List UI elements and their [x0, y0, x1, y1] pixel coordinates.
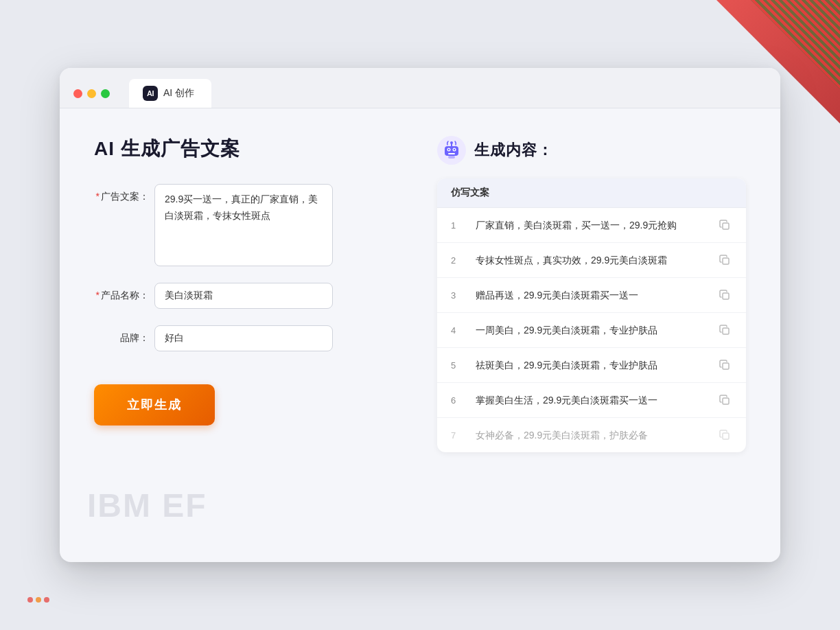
copy-icon[interactable] — [717, 253, 732, 268]
tab-icon: AI — [143, 86, 158, 101]
svg-rect-11 — [723, 258, 729, 264]
copy-icon[interactable] — [717, 428, 732, 443]
product-name-group: *产品名称： 美白淡斑霜 — [94, 283, 396, 309]
svg-rect-9 — [448, 156, 455, 159]
left-panel: AI 生成广告文案 *广告文案： 29.9买一送一，真正的厂家直销，美白淡斑霜，… — [94, 136, 396, 452]
required-mark-product: * — [96, 290, 100, 301]
result-number: 6 — [451, 395, 465, 406]
svg-rect-10 — [723, 223, 729, 229]
result-number: 2 — [451, 255, 465, 266]
brand-input[interactable]: 好白 — [154, 325, 333, 351]
result-text: 厂家直销，美白淡斑霜，买一送一，29.9元抢购 — [476, 218, 706, 233]
svg-rect-16 — [723, 433, 729, 439]
copy-icon[interactable] — [717, 393, 732, 408]
svg-point-5 — [454, 149, 455, 150]
result-number: 5 — [451, 360, 465, 371]
svg-rect-6 — [448, 153, 455, 154]
robot-icon — [437, 136, 466, 165]
page-title: AI 生成广告文案 — [94, 136, 396, 162]
result-text: 赠品再送，29.9元美白淡斑霜买一送一 — [476, 288, 706, 303]
svg-rect-13 — [723, 328, 729, 334]
maximize-button[interactable] — [101, 89, 110, 98]
result-row: 3 赠品再送，29.9元美白淡斑霜买一送一 — [437, 278, 746, 313]
result-row: 7 女神必备，29.9元美白淡斑霜，护肤必备 — [437, 418, 746, 452]
ad-copy-textarea[interactable]: 29.9买一送一，真正的厂家直销，美白淡斑霜，专抹女性斑点 — [154, 184, 333, 266]
result-text: 掌握美白生活，29.9元美白淡斑霜买一送一 — [476, 393, 706, 408]
right-panel: 生成内容： 仿写文案 1 厂家直销，美白淡斑霜，买一送一，29.9元抢购 2 专… — [437, 136, 746, 452]
svg-rect-14 — [723, 363, 729, 369]
dot-3 — [44, 597, 49, 603]
result-row: 2 专抹女性斑点，真实功效，29.9元美白淡斑霜 — [437, 243, 746, 278]
result-number: 3 — [451, 290, 465, 301]
browser-chrome: AI AI 创作 — [60, 68, 780, 108]
ad-copy-group: *广告文案： 29.9买一送一，真正的厂家直销，美白淡斑霜，专抹女性斑点 — [94, 184, 396, 266]
result-row: 6 掌握美白生活，29.9元美白淡斑霜买一送一 — [437, 383, 746, 418]
result-text: 专抹女性斑点，真实功效，29.9元美白淡斑霜 — [476, 253, 706, 268]
right-title: 生成内容： — [474, 140, 553, 161]
result-text: 祛斑美白，29.9元美白淡斑霜，专业护肤品 — [476, 358, 706, 373]
required-mark-ad: * — [96, 191, 100, 202]
copy-icon[interactable] — [717, 288, 732, 303]
copy-icon[interactable] — [717, 358, 732, 373]
result-text: 一周美白，29.9元美白淡斑霜，专业护肤品 — [476, 323, 706, 338]
results-list: 1 厂家直销，美白淡斑霜，买一送一，29.9元抢购 2 专抹女性斑点，真实功效，… — [437, 208, 746, 452]
svg-rect-12 — [723, 293, 729, 299]
close-button[interactable] — [73, 89, 82, 98]
main-content: AI 生成广告文案 *广告文案： 29.9买一送一，真正的厂家直销，美白淡斑霜，… — [60, 108, 780, 480]
svg-point-4 — [448, 149, 450, 150]
ad-copy-label: *广告文案： — [94, 184, 149, 203]
browser-window: AI AI 创作 AI 生成广告文案 *广告文案： 29.9买一送一，真正的厂家… — [60, 68, 780, 562]
svg-point-8 — [450, 141, 453, 144]
brand-label: 品牌： — [94, 325, 149, 345]
result-number: 4 — [451, 325, 465, 336]
result-row: 1 厂家直销，美白淡斑霜，买一送一，29.9元抢购 — [437, 208, 746, 243]
result-number: 1 — [451, 220, 465, 231]
results-column-header: 仿写文案 — [437, 178, 746, 208]
ai-tab[interactable]: AI AI 创作 — [129, 79, 211, 108]
generate-button[interactable]: 立即生成 — [94, 384, 215, 425]
dot-1 — [27, 597, 33, 603]
svg-rect-15 — [723, 398, 729, 404]
result-text: 女神必备，29.9元美白淡斑霜，护肤必备 — [476, 428, 706, 443]
result-row: 5 祛斑美白，29.9元美白淡斑霜，专业护肤品 — [437, 348, 746, 383]
result-number: 7 — [451, 430, 465, 441]
copy-icon[interactable] — [717, 218, 732, 233]
tab-label: AI 创作 — [163, 87, 194, 100]
dot-2 — [36, 597, 41, 603]
tab-icon-label: AI — [147, 89, 154, 97]
minimize-button[interactable] — [87, 89, 96, 98]
brand-group: 品牌： 好白 — [94, 325, 396, 351]
ibm-ef-watermark: IBM EF — [87, 487, 207, 524]
results-container: 仿写文案 1 厂家直销，美白淡斑霜，买一送一，29.9元抢购 2 专抹女性斑点，… — [437, 178, 746, 452]
traffic-lights — [73, 89, 110, 98]
right-header: 生成内容： — [437, 136, 746, 165]
dots-decoration — [27, 597, 49, 603]
copy-icon[interactable] — [717, 323, 732, 338]
result-row: 4 一周美白，29.9元美白淡斑霜，专业护肤品 — [437, 313, 746, 348]
product-name-input[interactable]: 美白淡斑霜 — [154, 283, 333, 309]
product-name-label: *产品名称： — [94, 283, 149, 302]
